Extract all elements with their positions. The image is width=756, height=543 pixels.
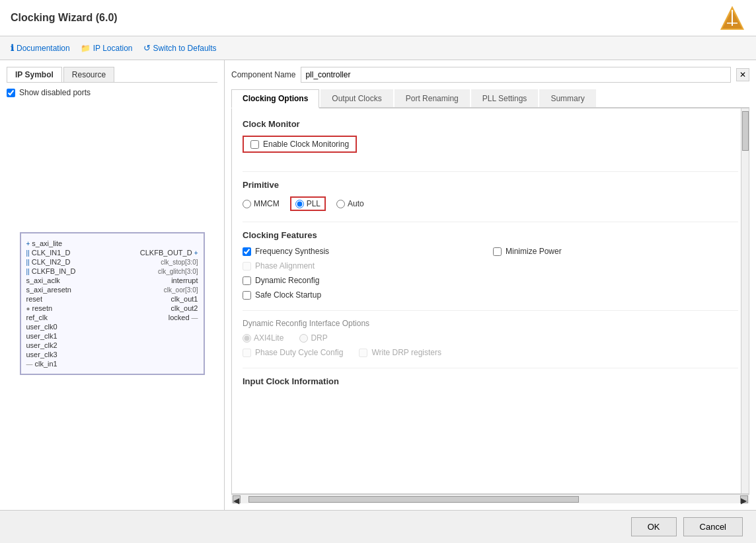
hscroll-left-arrow[interactable]: ◀ bbox=[233, 495, 241, 503]
drp-option[interactable]: DRP bbox=[299, 333, 327, 343]
phase-duty-cycle-checkbox[interactable] bbox=[243, 349, 251, 357]
port-row: || CLKFB_IN_D clk_glitch[3:0] bbox=[26, 267, 198, 276]
port-row: user_clk3 bbox=[26, 350, 198, 359]
phase-alignment-label: Phase Alignment bbox=[255, 261, 315, 271]
port-row: ref_clk locked — bbox=[26, 313, 198, 322]
symbol-box: + s_axi_lite || CLK_IN1_D CLKFB_OUT_D + bbox=[20, 232, 205, 375]
primitive-pll-highlight: PLL bbox=[290, 196, 326, 211]
ip-location-label: IP Location bbox=[93, 44, 133, 53]
port-row: + s_axi_lite bbox=[26, 239, 198, 248]
dynamic-reconfig-checkbox[interactable] bbox=[243, 276, 251, 285]
bottom-bar: OK Cancel bbox=[0, 510, 756, 543]
scrollbar-thumb[interactable] bbox=[742, 111, 749, 151]
write-drp-registers-label: Write DRP registers bbox=[371, 348, 441, 357]
right-panel: Component Name ✕ Clocking Options Output… bbox=[225, 60, 756, 510]
vertical-scrollbar[interactable] bbox=[741, 108, 749, 493]
show-ports-label: Show disabled ports bbox=[19, 88, 91, 97]
tab-pll-settings[interactable]: PLL Settings bbox=[471, 89, 539, 107]
ok-button[interactable]: OK bbox=[631, 517, 677, 536]
ip-location-button[interactable]: 📁 IP Location bbox=[81, 44, 133, 53]
primitive-auto-option[interactable]: Auto bbox=[336, 199, 364, 208]
info-icon: ℹ bbox=[11, 43, 14, 53]
location-icon: 📁 bbox=[81, 44, 91, 53]
switch-defaults-button[interactable]: ↺ Switch to Defaults bbox=[143, 43, 217, 53]
primitive-pll-option[interactable]: PLL bbox=[295, 199, 321, 208]
tab-summary[interactable]: Summary bbox=[539, 89, 595, 107]
tab-resource[interactable]: Resource bbox=[63, 67, 114, 82]
input-clock-title: Input Clock Information bbox=[243, 376, 738, 386]
app-logo-icon bbox=[719, 5, 745, 31]
phase-alignment-checkbox[interactable] bbox=[243, 262, 251, 271]
title-bar: Clocking Wizard (6.0) bbox=[0, 0, 756, 36]
clock-monitor-section: Clock Monitor Enable Clock Monitoring bbox=[243, 119, 738, 163]
tab-ip-symbol[interactable]: IP Symbol bbox=[7, 67, 62, 82]
primitive-auto-label: Auto bbox=[348, 199, 364, 208]
primitive-pll-label: PLL bbox=[307, 199, 321, 208]
phase-duty-cycle-option[interactable]: Phase Duty Cycle Config bbox=[243, 348, 343, 357]
safe-clock-startup-option[interactable]: Safe Clock Startup bbox=[243, 290, 488, 300]
app-title: Clocking Wizard (6.0) bbox=[11, 12, 118, 24]
dynamic-reconfig-label: Dynamic Reconfig bbox=[255, 276, 319, 285]
minimize-power-label: Minimize Power bbox=[506, 247, 562, 256]
clocking-features-title: Clocking Features bbox=[243, 230, 738, 240]
primitive-mmcm-label: MMCM bbox=[254, 199, 280, 208]
show-disabled-ports-checkbox[interactable] bbox=[7, 89, 15, 97]
refresh-icon: ↺ bbox=[143, 43, 151, 53]
main-content: IP Symbol Resource Show disabled ports +… bbox=[0, 60, 756, 510]
write-drp-registers-option[interactable]: Write DRP registers bbox=[359, 348, 441, 357]
phase-alignment-option[interactable]: Phase Alignment bbox=[243, 261, 488, 271]
dynamic-reconfig-option[interactable]: Dynamic Reconfig bbox=[243, 276, 488, 285]
axi4lite-option[interactable]: AXI4Lite bbox=[243, 333, 284, 343]
tab-output-clocks[interactable]: Output Clocks bbox=[321, 89, 393, 107]
port-row: s_axi_aclk interrupt bbox=[26, 276, 198, 285]
minimize-power-option[interactable]: Minimize Power bbox=[493, 247, 738, 256]
port-row: s_axi_aresetn clk_oor[3:0] bbox=[26, 285, 198, 294]
hscroll-right-arrow[interactable]: ▶ bbox=[740, 495, 748, 503]
safe-clock-startup-checkbox[interactable] bbox=[243, 291, 251, 300]
cancel-button[interactable]: Cancel bbox=[683, 517, 743, 536]
dynamic-interface-options: AXI4Lite DRP bbox=[243, 333, 738, 343]
clocking-features-section: Clocking Features Frequency Synthesis Mi… bbox=[243, 230, 738, 300]
port-row: || CLK_IN1_D CLKFB_OUT_D + bbox=[26, 248, 198, 257]
left-panel-tabs: IP Symbol Resource bbox=[7, 67, 217, 83]
port-row: user_clk1 bbox=[26, 331, 198, 341]
axi4lite-label: AXI4Lite bbox=[254, 333, 284, 343]
port-row: user_clk0 bbox=[26, 322, 198, 331]
write-drp-registers-checkbox[interactable] bbox=[359, 349, 367, 357]
symbol-area: + s_axi_lite || CLK_IN1_D CLKFB_OUT_D + bbox=[7, 104, 217, 503]
clocking-features-grid: Frequency Synthesis Minimize Power Phase… bbox=[243, 247, 738, 300]
axi4lite-radio[interactable] bbox=[243, 334, 251, 343]
hscroll-thumb[interactable] bbox=[248, 496, 579, 503]
horizontal-scrollbar[interactable]: ◀ ▶ bbox=[231, 494, 749, 503]
primitive-mmcm-option[interactable]: MMCM bbox=[243, 199, 280, 208]
clock-monitor-title: Clock Monitor bbox=[243, 119, 738, 129]
dynamic-checkboxes: Phase Duty Cycle Config Write DRP regist… bbox=[243, 348, 738, 357]
safe-clock-startup-label: Safe Clock Startup bbox=[255, 290, 321, 300]
clock-monitor-box: Enable Clock Monitoring bbox=[243, 136, 357, 153]
component-name-label: Component Name bbox=[231, 70, 295, 79]
minimize-power-checkbox[interactable] bbox=[493, 247, 502, 256]
drp-radio[interactable] bbox=[299, 334, 308, 343]
freq-synthesis-option[interactable]: Frequency Synthesis bbox=[243, 247, 488, 256]
dynamic-reconfig-section: Dynamic Reconfig Interface Options AXI4L… bbox=[243, 319, 738, 357]
left-panel: IP Symbol Resource Show disabled ports +… bbox=[0, 60, 225, 510]
enable-clock-monitoring-checkbox[interactable] bbox=[250, 140, 259, 149]
freq-synthesis-label: Frequency Synthesis bbox=[255, 247, 329, 256]
port-row: reset clk_out1 bbox=[26, 294, 198, 304]
component-name-row: Component Name ✕ bbox=[231, 67, 749, 83]
phase-duty-cycle-label: Phase Duty Cycle Config bbox=[255, 348, 343, 357]
primitive-section: Primitive MMCM PLL Auto bbox=[243, 180, 738, 211]
dynamic-reconfig-title: Dynamic Reconfig Interface Options bbox=[243, 319, 738, 328]
tab-port-renaming[interactable]: Port Renaming bbox=[395, 89, 470, 107]
component-name-input[interactable] bbox=[301, 67, 731, 83]
documentation-button[interactable]: ℹ Documentation bbox=[11, 43, 70, 53]
port-row: || CLK_IN2_D clk_stop[3:0] bbox=[26, 257, 198, 267]
input-clock-section: Input Clock Information bbox=[243, 376, 738, 386]
enable-clock-monitoring-label: Enable Clock Monitoring bbox=[263, 140, 349, 149]
primitive-radio-group: MMCM PLL Auto bbox=[243, 196, 738, 211]
primitive-title: Primitive bbox=[243, 180, 738, 190]
freq-synthesis-checkbox[interactable] bbox=[243, 247, 251, 256]
clear-component-name-button[interactable]: ✕ bbox=[736, 68, 749, 81]
drp-label: DRP bbox=[311, 333, 327, 343]
tab-clocking-options[interactable]: Clocking Options bbox=[231, 89, 319, 108]
